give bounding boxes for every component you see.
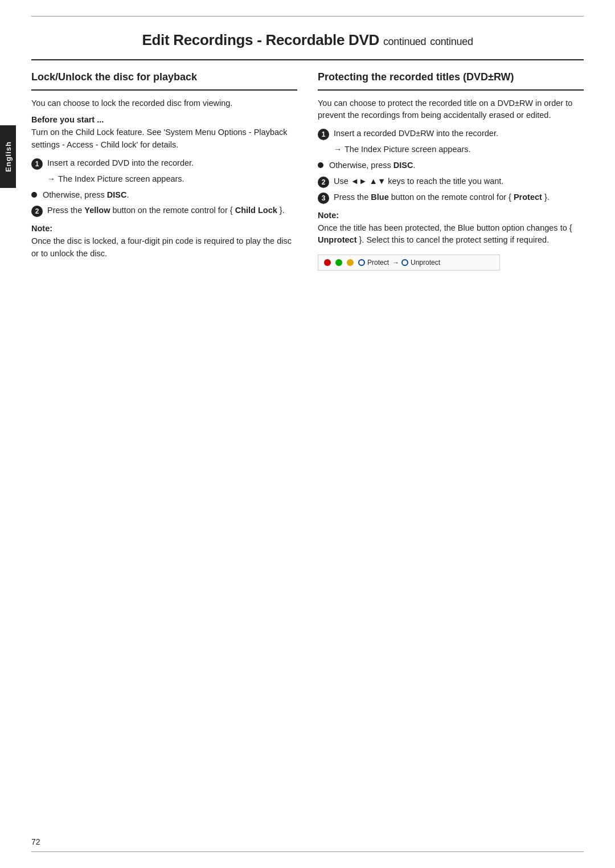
blue-dot-unprotect (401, 259, 408, 266)
page-border-bottom (31, 851, 584, 852)
right-step-1: 1 Insert a recorded DVD±RW into the reco… (318, 128, 584, 140)
left-step-1-arrow: → The Index Picture screen appears. (47, 173, 297, 186)
protect-label: Protect (367, 259, 389, 267)
left-section-rule (31, 89, 297, 91)
left-step-1: 1 Insert a recorded DVD into the recorde… (31, 157, 297, 170)
right-step-2-text: Use ◄► ▲▼ keys to reach the title you wa… (334, 175, 584, 188)
left-step-2: 2 Press the Yellow button on the remote … (31, 204, 297, 217)
remote-diagram: Protect → Unprotect (318, 255, 500, 271)
right-column: Protecting the recorded titles (DVD±RW) … (318, 71, 584, 271)
left-step-2-text: Press the Yellow button on the remote co… (47, 204, 297, 217)
right-section-title: Protecting the recorded titles (DVD±RW) (318, 71, 584, 84)
unprotect-label: Unprotect (411, 259, 440, 267)
left-note-text: Once the disc is locked, a four-digit pi… (31, 235, 297, 260)
english-language-tab: English (0, 125, 16, 188)
page-title: Edit Recordings - Recordable DVD continu… (31, 31, 584, 49)
left-note-label: Note: (31, 224, 297, 233)
page-border-top (31, 16, 584, 17)
right-step-2: 2 Use ◄► ▲▼ keys to reach the title you … (318, 175, 584, 188)
right-intro-text: You can choose to protect the recorded t… (318, 97, 584, 122)
page-number: 72 (31, 837, 40, 846)
step-number-2: 2 (31, 206, 43, 217)
right-step-3-text: Press the Blue button on the remote cont… (334, 191, 584, 204)
right-bullet-symbol (318, 162, 323, 168)
right-step-number-1: 1 (318, 129, 329, 140)
yellow-dot (347, 259, 354, 266)
red-dot (324, 259, 331, 266)
left-intro-text: You can choose to lock the recorded disc… (31, 97, 297, 110)
right-arrow-symbol: → (334, 144, 342, 155)
left-bullet-disc: Otherwise, press DISC. (31, 189, 297, 202)
right-step-1-arrow-text: The Index Picture screen appears. (345, 144, 471, 156)
right-step-3: 3 Press the Blue button on the remote co… (318, 191, 584, 204)
english-tab-label: English (4, 141, 13, 172)
right-note: Note: Once the title has been protected,… (318, 211, 584, 247)
title-divider (31, 59, 584, 60)
right-bullet-disc-text: Otherwise, press DISC. (329, 159, 416, 172)
left-bullet-disc-text: Otherwise, press DISC. (43, 189, 129, 202)
before-start-text: Turn on the Child Lock feature. See 'Sys… (31, 126, 297, 152)
right-step-number-2: 2 (318, 177, 329, 188)
right-step-1-text: Insert a recorded DVD±RW into the record… (334, 128, 584, 140)
right-step-number-3: 3 (318, 193, 329, 204)
right-step-1-arrow: → The Index Picture screen appears. (334, 144, 584, 156)
left-note: Note: Once the disc is locked, a four-di… (31, 224, 297, 260)
two-column-layout: Lock/Unlock the disc for playback You ca… (31, 71, 584, 271)
left-column: Lock/Unlock the disc for playback You ca… (31, 71, 297, 271)
blue-dot-protect (358, 259, 365, 266)
green-dot (335, 259, 342, 266)
left-section-title: Lock/Unlock the disc for playback (31, 71, 297, 84)
before-start-label: Before you start ... (31, 115, 297, 124)
arrow-symbol: → (47, 173, 55, 185)
bullet-symbol (31, 192, 37, 198)
right-note-label: Note: (318, 211, 584, 220)
left-step-1-arrow-text: The Index Picture screen appears. (58, 173, 184, 186)
left-step-1-text: Insert a recorded DVD into the recorder. (47, 157, 297, 170)
step-number-1: 1 (31, 158, 43, 170)
right-section-rule (318, 89, 584, 91)
right-note-text: Once the title has been protected, the B… (318, 222, 584, 247)
main-content: Edit Recordings - Recordable DVD continu… (31, 31, 584, 837)
diagram-arrow: → (392, 259, 399, 267)
right-bullet-disc: Otherwise, press DISC. (318, 159, 584, 172)
